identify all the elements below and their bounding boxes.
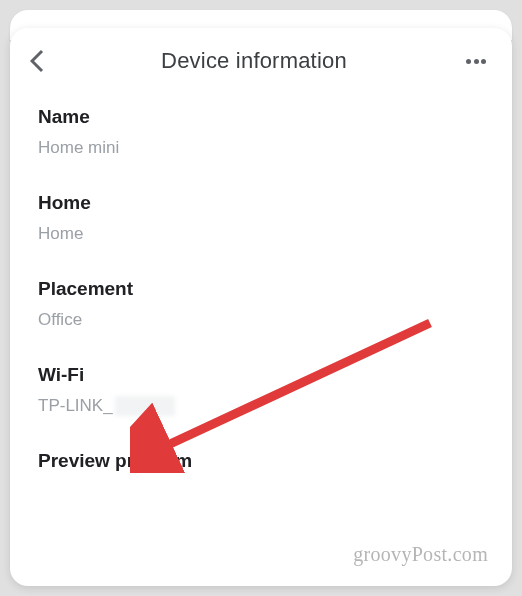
placement-label: Placement [38,278,484,300]
name-value: Home mini [38,138,484,158]
home-label: Home [38,192,484,214]
wifi-value: TP-LINK_ [38,396,175,416]
page-title: Device information [44,48,464,74]
section-home[interactable]: Home Home [38,192,484,244]
content-area: Name Home mini Home Home Placement Offic… [10,94,512,472]
preview-program-label: Preview program [38,450,484,472]
wifi-ssid-prefix: TP-LINK_ [38,396,113,416]
placement-value: Office [38,310,484,330]
wifi-ssid-redacted [115,396,175,416]
device-info-panel: Device information Name Home mini Home H… [10,28,512,586]
section-preview-program[interactable]: Preview program [38,450,484,472]
chevron-left-icon [30,49,44,73]
dot-icon [481,59,486,64]
header-bar: Device information [10,28,512,94]
dot-icon [466,59,471,64]
home-value: Home [38,224,484,244]
name-label: Name [38,106,484,128]
dot-icon [474,59,479,64]
section-placement[interactable]: Placement Office [38,278,484,330]
wifi-label: Wi-Fi [38,364,484,386]
section-wifi[interactable]: Wi-Fi TP-LINK_ [38,364,484,416]
section-name[interactable]: Name Home mini [38,106,484,158]
back-button[interactable] [30,49,44,73]
more-options-button[interactable] [464,49,488,73]
watermark-text: groovyPost.com [353,543,488,566]
